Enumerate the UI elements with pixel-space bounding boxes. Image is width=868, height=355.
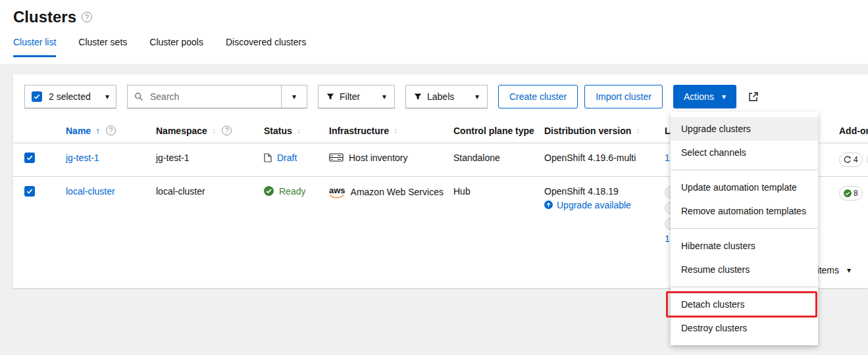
addons-healthy-badge[interactable]: 8 bbox=[839, 186, 863, 201]
export-icon bbox=[748, 91, 759, 102]
search-group: ▾ bbox=[127, 85, 307, 108]
search-box bbox=[128, 85, 281, 108]
export-button[interactable] bbox=[746, 89, 761, 105]
sort-icon[interactable]: ↕ bbox=[636, 126, 640, 135]
sort-icon[interactable]: ↕ bbox=[212, 126, 217, 135]
draft-document-icon bbox=[264, 153, 272, 162]
control-plane-type: Hub bbox=[453, 186, 471, 197]
upgrade-arrow-icon bbox=[544, 201, 553, 209]
tab-cluster-list[interactable]: Cluster list bbox=[13, 37, 56, 57]
filter-icon bbox=[326, 93, 334, 101]
actions-dropdown-label: Actions bbox=[684, 91, 714, 102]
sort-icon[interactable]: ↕ bbox=[394, 126, 398, 135]
page-header: Clusters ? bbox=[0, 0, 868, 28]
menu-item-detach-clusters[interactable]: Detach clusters bbox=[671, 293, 818, 316]
infrastructure-label: Amazon Web Services bbox=[351, 187, 444, 197]
check-icon bbox=[26, 154, 33, 161]
search-icon bbox=[134, 92, 143, 101]
bulk-select-label: 2 selected bbox=[49, 91, 91, 102]
cluster-status[interactable]: Draft bbox=[277, 153, 297, 163]
aws-logo-icon: aws bbox=[329, 186, 345, 199]
column-header-infrastructure[interactable]: Infrastructure ↕ bbox=[319, 119, 443, 143]
help-icon[interactable]: ? bbox=[222, 126, 232, 135]
chevron-down-icon: ▾ bbox=[105, 93, 109, 101]
filter-dropdown-label: Filter bbox=[340, 91, 360, 102]
cluster-name-link[interactable]: jg-test-1 bbox=[66, 153, 99, 163]
column-header-name[interactable]: Name ↑ ? bbox=[55, 119, 145, 143]
cluster-name-link[interactable]: local-cluster bbox=[66, 186, 115, 197]
sort-ascending-icon[interactable]: ↑ bbox=[95, 126, 100, 136]
tab-cluster-pools[interactable]: Cluster pools bbox=[149, 37, 203, 57]
filter-icon bbox=[414, 93, 422, 101]
infrastructure-label: Host inventory bbox=[349, 153, 407, 163]
addons-progress-badge[interactable]: 4 bbox=[839, 153, 863, 167]
create-cluster-button[interactable]: Create cluster bbox=[498, 85, 578, 108]
ready-check-icon bbox=[264, 186, 274, 196]
sort-icon[interactable]: ↕ bbox=[297, 126, 301, 135]
cluster-namespace: local-cluster bbox=[156, 186, 205, 197]
host-inventory-icon bbox=[329, 153, 344, 162]
check-icon bbox=[26, 188, 33, 195]
actions-dropdown-toggle[interactable]: Actions ▾ bbox=[673, 85, 736, 108]
chevron-down-icon: ▾ bbox=[292, 93, 296, 101]
labels-more-link[interactable]: 1 bbox=[665, 153, 670, 163]
distribution-version: OpenShift 4.19.6-multi bbox=[544, 153, 636, 163]
labels-dropdown[interactable]: Labels ▾ bbox=[405, 85, 488, 108]
help-icon[interactable]: ? bbox=[82, 12, 92, 22]
bulk-select-checkbox[interactable] bbox=[32, 91, 42, 102]
chevron-down-icon: ▾ bbox=[382, 93, 386, 101]
check-icon bbox=[34, 93, 40, 100]
filter-dropdown[interactable]: Filter ▾ bbox=[318, 85, 395, 108]
bulk-select-dropdown[interactable]: 2 selected ▾ bbox=[24, 85, 116, 108]
search-input[interactable] bbox=[149, 91, 281, 103]
tab-cluster-sets[interactable]: Cluster sets bbox=[78, 37, 127, 57]
column-header-distribution-version[interactable]: Distribution version ↕ bbox=[534, 119, 654, 143]
column-header-namespace[interactable]: Namespace ↕ ? bbox=[145, 119, 253, 143]
header-checkbox-cell bbox=[13, 119, 55, 143]
row-checkbox[interactable] bbox=[24, 186, 35, 197]
menu-item-destroy-clusters[interactable]: Destroy clusters bbox=[671, 316, 818, 340]
search-options-toggle[interactable]: ▾ bbox=[281, 85, 307, 108]
check-circle-icon bbox=[844, 189, 852, 197]
chevron-down-icon[interactable]: ▾ bbox=[847, 266, 851, 274]
import-cluster-button[interactable]: Import cluster bbox=[584, 85, 663, 108]
page-title: Clusters bbox=[13, 7, 76, 28]
labels-more-link[interactable]: 1 bbox=[665, 233, 670, 244]
menu-divider bbox=[671, 228, 818, 229]
tab-bar: Cluster list Cluster sets Cluster pools … bbox=[13, 37, 868, 57]
chevron-down-icon: ▾ bbox=[475, 93, 479, 101]
cluster-status[interactable]: Ready bbox=[279, 186, 305, 197]
upgrade-available-link[interactable]: Upgrade available bbox=[544, 200, 644, 210]
tab-discovered-clusters[interactable]: Discovered clusters bbox=[226, 37, 306, 57]
column-header-status[interactable]: Status ↕ bbox=[253, 119, 319, 143]
menu-item-resume-clusters[interactable]: Resume clusters bbox=[671, 258, 818, 281]
menu-item-select-channels[interactable]: Select channels bbox=[671, 141, 818, 164]
row-checkbox[interactable] bbox=[24, 153, 35, 163]
menu-divider bbox=[671, 287, 818, 287]
column-header-control-plane-type: Control plane type bbox=[443, 119, 534, 143]
menu-item-remove-automation-templates[interactable]: Remove automation templates bbox=[671, 199, 818, 223]
menu-item-upgrade-clusters[interactable]: Upgrade clusters bbox=[671, 117, 818, 141]
menu-divider bbox=[671, 170, 818, 170]
in-progress-icon bbox=[844, 156, 852, 164]
cluster-namespace: jg-test-1 bbox=[156, 153, 190, 163]
menu-item-update-automation-template[interactable]: Update automation template bbox=[671, 176, 818, 199]
chevron-down-icon: ▾ bbox=[722, 93, 726, 101]
actions-dropdown-menu: Upgrade clusters Select channels Update … bbox=[671, 112, 818, 345]
aws-smile-icon bbox=[329, 195, 345, 199]
column-header-addons: Add-ons bbox=[829, 119, 868, 143]
menu-item-hibernate-clusters[interactable]: Hibernate clusters bbox=[671, 234, 818, 258]
table-toolbar: 2 selected ▾ ▾ Filter ▾ bbox=[24, 85, 868, 108]
distribution-version: OpenShift 4.18.19 bbox=[544, 186, 644, 197]
labels-dropdown-label: Labels bbox=[427, 91, 454, 102]
help-icon[interactable]: ? bbox=[106, 126, 116, 135]
control-plane-type: Standalone bbox=[453, 153, 500, 163]
